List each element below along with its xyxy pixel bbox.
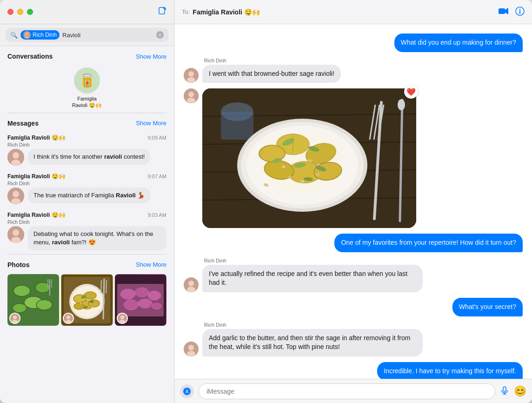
bubble-m5: I've actually refined the recipe and it'… [202, 265, 423, 292]
svg-point-70 [188, 71, 194, 77]
result2-from: Rich Dinh [7, 181, 30, 186]
photo-thumb-1[interactable] [7, 274, 59, 326]
chat-input-bar: A 😊 [174, 379, 532, 403]
svg-point-74 [187, 98, 195, 103]
svg-point-45 [87, 299, 89, 301]
messages-label: Messages [7, 120, 39, 127]
svg-point-115 [398, 99, 405, 110]
app-window: To: Famiglia Ravioli 🤤🙌 [0, 0, 532, 403]
audio-input-icon[interactable] [500, 386, 509, 397]
rich-avatar-m3 [184, 88, 199, 103]
svg-point-46 [91, 306, 93, 308]
result1-time: 9:09 AM [148, 135, 166, 141]
bubble-wrap-m6: What's your secret? [452, 298, 523, 316]
result2-avatar [7, 188, 24, 204]
photo-thumb-2[interactable] [61, 274, 113, 326]
message-row-m6: What's your secret? [184, 298, 523, 316]
heart-reaction[interactable]: ❤️ [404, 85, 418, 99]
compose-button[interactable] [158, 7, 166, 17]
sidebar-scroll-area: Conversations Show More 🥫 FamigliaRaviol… [0, 46, 174, 403]
search-icon: 🔍 [10, 32, 18, 39]
contact-filter-pill[interactable]: Rich Dinh [20, 30, 60, 40]
message-row-m5: Rich Dinh I've actually refined the reci… [184, 258, 523, 292]
svg-point-44 [80, 302, 82, 304]
app-store-icon[interactable]: A [180, 384, 194, 398]
svg-point-60 [151, 302, 163, 310]
message-row-m1: What did you end up making for dinner? [184, 34, 523, 52]
message-result-1[interactable]: Famiglia Ravioli 🤤🙌 9:09 AM Rich Dinh [0, 131, 174, 169]
image-message-wrap: ❤️ [202, 88, 416, 228]
message-row-m7: Rich Dinh Add garlic to the butter, and … [184, 322, 523, 356]
svg-point-24 [13, 303, 27, 313]
messages-section-header: Messages Show More [0, 113, 174, 131]
result1-bubble: I think it's time for another ravioli co… [28, 149, 150, 165]
messages-scroll[interactable]: What did you end up making for dinner? R… [174, 24, 532, 379]
info-button[interactable] [515, 7, 525, 18]
svg-point-10 [25, 36, 29, 39]
contact-avatar-small [23, 31, 31, 39]
bubble-wrap-m5: Rich Dinh I've actually refined the reci… [202, 258, 423, 292]
photos-grid [0, 272, 174, 333]
maximize-button[interactable] [27, 9, 33, 15]
sender-m7: Rich Dinh [202, 322, 423, 328]
svg-point-15 [13, 191, 19, 197]
photos-section-header: Photos Show More [0, 255, 174, 272]
svg-point-117 [188, 281, 194, 286]
svg-point-109 [260, 133, 344, 193]
message-result-2[interactable]: Famiglia Ravioli 🤤🙌 9:07 AM Rich Dinh [0, 169, 174, 208]
sidebar: 🔍 Rich Dinh Ravioli × [0, 24, 174, 403]
svg-rect-83 [221, 112, 253, 140]
message-row-m4: One of my favorites from your repertoire… [184, 234, 523, 252]
chat-recipient: Famiglia Ravioli 🤤🙌 [193, 8, 259, 16]
bubble-wrap-m1: What did you end up making for dinner? [394, 34, 523, 52]
svg-text:A: A [186, 389, 189, 394]
bubble-m6: What's your secret? [452, 298, 523, 316]
famiglia-avatar: 🥫 [74, 67, 100, 94]
bubble-m1: What did you end up making for dinner? [394, 34, 523, 52]
video-call-button[interactable] [499, 7, 509, 17]
close-button[interactable] [7, 9, 13, 15]
svg-point-30 [13, 316, 17, 319]
messages-show-more[interactable]: Show More [136, 120, 166, 127]
message-input[interactable] [199, 383, 495, 399]
search-query-text: Ravioli [62, 32, 80, 39]
bubble-m4: One of my favorites from your repertoire… [334, 234, 523, 252]
message-result-3[interactable]: Famiglia Ravioli 🤤🙌 9:03 AM Rich Dinh [0, 208, 174, 254]
message-row-m2: Rich Dinh I went with that browned-butte… [184, 58, 523, 83]
conversations-show-more[interactable]: Show More [136, 53, 166, 60]
photo-thumb-3[interactable] [115, 274, 166, 326]
photos-show-more[interactable]: Show More [136, 261, 166, 268]
bubble-m7: Add garlic to the butter, and then stir … [202, 329, 423, 356]
contact-pill-label: Rich Dinh [33, 32, 57, 38]
svg-rect-124 [503, 387, 506, 391]
chat-header-icons [499, 7, 525, 18]
result2-bubble: The true matriarch of Famiglia Ravioli 💃 [28, 188, 150, 203]
sender-m5: Rich Dinh [202, 258, 423, 263]
conversation-item-famiglia[interactable]: 🥫 FamigliaRavioli 🤤🙌 [0, 64, 174, 113]
svg-point-51 [66, 316, 70, 319]
svg-point-118 [187, 287, 195, 292]
svg-line-48 [101, 280, 101, 293]
minimize-button[interactable] [17, 9, 23, 15]
ravioli-image [202, 88, 416, 228]
bubble-wrap-m4: One of my favorites from your repertoire… [334, 234, 523, 252]
result3-avatar [7, 226, 24, 243]
svg-point-9 [26, 33, 29, 36]
result3-name: Famiglia Ravioli 🤤🙌 [7, 212, 66, 218]
conversations-section-header: Conversations Show More [0, 46, 174, 64]
svg-point-25 [36, 300, 52, 310]
svg-point-37 [84, 292, 96, 299]
message-row-m8: Incredible. I have to try making this fo… [184, 362, 523, 379]
to-label: To: [182, 8, 190, 15]
emoji-button[interactable]: 😊 [514, 385, 526, 397]
message-row-m3: ❤️ [184, 88, 523, 228]
search-bar[interactable]: 🔍 Rich Dinh Ravioli × [6, 28, 168, 42]
search-clear-button[interactable]: × [156, 31, 164, 39]
svg-line-47 [103, 279, 104, 319]
svg-marker-5 [505, 8, 508, 14]
svg-point-18 [13, 229, 19, 236]
chat-title-area: To: Famiglia Ravioli 🤤🙌 [182, 8, 260, 16]
bubble-wrap-m8: Incredible. I have to try making this fo… [377, 362, 523, 379]
conversations-label: Conversations [7, 53, 53, 60]
svg-point-21 [13, 285, 30, 296]
